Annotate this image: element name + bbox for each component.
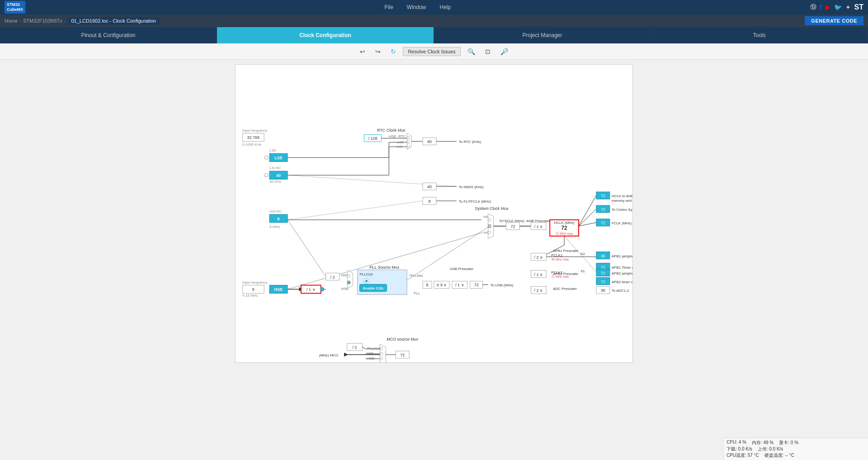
twitter-icon[interactable]: 🐦 bbox=[834, 4, 842, 11]
svg-point-65 bbox=[488, 231, 491, 234]
svg-text:To Cortex System timer (MHz): To Cortex System timer (MHz) bbox=[612, 208, 632, 212]
breadcrumb-sep1: › bbox=[19, 18, 21, 24]
svg-text:72: 72 bbox=[510, 224, 515, 229]
svg-text:Input frequency: Input frequency bbox=[242, 280, 267, 285]
breadcrumb-home[interactable]: Home bbox=[5, 18, 18, 24]
svg-text:40 KHz: 40 KHz bbox=[269, 180, 281, 184]
svg-text:8: 8 bbox=[252, 287, 255, 292]
svg-point-161 bbox=[380, 352, 382, 355]
fit-button[interactable]: ⊡ bbox=[482, 46, 494, 57]
svg-text:40: 40 bbox=[427, 185, 432, 189]
svg-text:To FLITFCLK (MHz): To FLITFCLK (MHz) bbox=[459, 199, 491, 204]
st-logo-icon: ST bbox=[854, 3, 863, 11]
svg-text:HCLK (MHz): HCLK (MHz) bbox=[554, 221, 575, 225]
svg-text:To IWDG (KHz): To IWDG (KHz) bbox=[459, 185, 484, 189]
disk-temp-status: 硬盘温度: -- °C bbox=[764, 452, 794, 459]
generate-code-button[interactable]: GENERATE CODE bbox=[805, 16, 863, 25]
svg-text:HSE: HSE bbox=[274, 287, 283, 292]
menu-file[interactable]: File bbox=[384, 4, 393, 10]
main-content: Input frequency 32.768 0-1000 KHz LSE LS… bbox=[0, 60, 868, 460]
svg-text:X 9 ∨: X 9 ∨ bbox=[436, 283, 447, 288]
svg-text:72: 72 bbox=[601, 280, 605, 284]
redo-button[interactable]: ↪ bbox=[372, 46, 384, 57]
youtube-icon[interactable]: ▶ bbox=[826, 4, 830, 11]
svg-text:/ 1 ∨: / 1 ∨ bbox=[534, 272, 543, 277]
menu-help[interactable]: Help bbox=[440, 4, 451, 10]
svg-text:/ 2 ∨: / 2 ∨ bbox=[534, 255, 543, 260]
svg-text:PLLCLK: PLLCLK bbox=[367, 346, 381, 351]
svg-text:8 MHz: 8 MHz bbox=[269, 225, 280, 229]
svg-text:72: 72 bbox=[561, 225, 567, 231]
svg-text:8: 8 bbox=[429, 199, 431, 204]
tab-pinout[interactable]: Pinout & Configuration bbox=[0, 27, 217, 43]
svg-text:/ 1 ∨: / 1 ∨ bbox=[534, 224, 543, 229]
svg-text:LSI RC: LSI RC bbox=[269, 166, 281, 170]
svg-point-162 bbox=[380, 357, 382, 360]
logo-box: STM32CubeMX bbox=[5, 1, 25, 14]
svg-text:72: 72 bbox=[400, 353, 405, 357]
svg-point-30 bbox=[407, 137, 410, 139]
svg-text:PLL Source Mux: PLL Source Mux bbox=[369, 265, 399, 270]
svg-text:8: 8 bbox=[426, 283, 429, 288]
svg-text:HCLK to AHB bus, core,: HCLK to AHB bus, core, bbox=[612, 194, 632, 198]
resolve-clock-issues-button[interactable]: Resolve Clock Issues bbox=[403, 47, 460, 56]
svg-text:32.768: 32.768 bbox=[247, 136, 259, 140]
svg-text:72: 72 bbox=[601, 221, 605, 225]
gpu-status: 显卡: 0 % bbox=[779, 440, 798, 446]
svg-point-32 bbox=[407, 145, 410, 148]
svg-rect-0 bbox=[236, 65, 632, 362]
svg-text:40: 40 bbox=[427, 139, 432, 144]
svg-text:4-16 MHz: 4-16 MHz bbox=[242, 294, 258, 298]
svg-text:LSI: LSI bbox=[397, 145, 402, 149]
breadcrumb-sep2: › bbox=[64, 18, 66, 24]
svg-point-132 bbox=[348, 281, 350, 284]
undo-button[interactable]: ↩ bbox=[357, 46, 368, 57]
svg-text:8: 8 bbox=[278, 217, 280, 221]
breadcrumb-bar: Home › STM32F103R6Tx › 01_LCD1602.ioc - … bbox=[0, 14, 868, 27]
svg-text:40: 40 bbox=[276, 173, 281, 178]
svg-text:72 MHz max: 72 MHz max bbox=[551, 275, 569, 278]
svg-text:/ 2 ∨: / 2 ∨ bbox=[534, 288, 543, 293]
breadcrumb-project: 01_LCD1602.ioc - Clock Configuration bbox=[68, 17, 160, 24]
upload-status: 上传: 0.0 K/s bbox=[758, 446, 783, 452]
svg-text:LSE: LSE bbox=[274, 156, 282, 160]
svg-point-141 bbox=[365, 280, 368, 283]
tab-project-manager[interactable]: Project Manager bbox=[434, 27, 651, 43]
svg-text:72: 72 bbox=[601, 271, 605, 275]
svg-text:/ 2: / 2 bbox=[353, 345, 357, 350]
download-status: 下载: 0.0 K/s bbox=[726, 446, 752, 452]
svg-text:72: 72 bbox=[474, 283, 479, 288]
cpu-temp-status: CPU温度: 57 °C bbox=[726, 452, 759, 459]
svg-text:memory and DMA (MHz): memory and DMA (MHz) bbox=[612, 199, 632, 203]
refresh-button[interactable]: ↻ bbox=[387, 46, 399, 57]
svg-text:/ 128: / 128 bbox=[368, 136, 377, 141]
svg-text:APB2 peripheral clocks (MHz): APB2 peripheral clocks (MHz) bbox=[612, 271, 632, 275]
svg-text:APB2 timer clocks (MHz): APB2 timer clocks (MHz) bbox=[612, 280, 632, 284]
menu-window[interactable]: Window bbox=[407, 4, 426, 10]
svg-point-63 bbox=[488, 218, 491, 221]
clock-diagram: Input frequency 32.768 0-1000 KHz LSE LS… bbox=[235, 64, 633, 363]
svg-text:36: 36 bbox=[601, 288, 605, 293]
social-icons: ⑲ f ▶ 🐦 ✦ ST bbox=[810, 3, 863, 11]
svg-text:/ 1 ∨: / 1 ∨ bbox=[455, 283, 464, 288]
svg-text:0-1000 KHz: 0-1000 KHz bbox=[242, 142, 261, 147]
breadcrumb-chip[interactable]: STM32F103R6Tx bbox=[23, 18, 62, 24]
breadcrumb-left: Home › STM32F103R6Tx › 01_LCD1602.ioc - … bbox=[5, 17, 160, 24]
zoom-in-button[interactable]: 🔍 bbox=[464, 46, 478, 57]
tab-clock[interactable]: Clock Configuration bbox=[217, 27, 434, 43]
status-bar: CPU: 4 % 内存: 49 % 显卡: 0 % 下载: 0.0 K/s 上传… bbox=[723, 438, 868, 460]
zoom-out-button[interactable]: 🔎 bbox=[497, 46, 511, 57]
svg-text:To USB (MHz): To USB (MHz) bbox=[491, 284, 514, 288]
star-icon[interactable]: ✦ bbox=[845, 4, 851, 11]
tab-tools[interactable]: Tools bbox=[651, 27, 868, 43]
svg-text:Enable CSS: Enable CSS bbox=[363, 286, 383, 290]
svg-text:HSI RC: HSI RC bbox=[269, 209, 282, 213]
svg-text:72: 72 bbox=[601, 194, 605, 198]
menu-bar: File Window Help bbox=[25, 4, 810, 10]
svg-point-8 bbox=[264, 156, 268, 159]
svg-text:HSI: HSI bbox=[341, 273, 347, 277]
svg-text:X1: X1 bbox=[580, 269, 585, 273]
svg-text:RTC Clock Mux: RTC Clock Mux bbox=[377, 128, 406, 133]
svg-point-137 bbox=[321, 288, 324, 291]
facebook-icon[interactable]: f bbox=[820, 4, 822, 11]
